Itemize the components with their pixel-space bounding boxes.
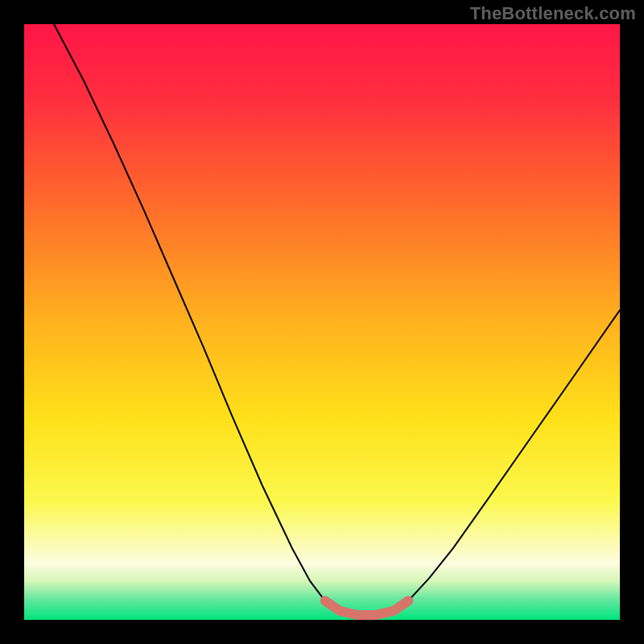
- gradient-background: [24, 24, 620, 620]
- watermark-text: TheBottleneck.com: [470, 3, 636, 24]
- chart-frame: TheBottleneck.com: [0, 0, 644, 644]
- plot-area: [24, 24, 620, 620]
- bottleneck-chart: [24, 24, 620, 620]
